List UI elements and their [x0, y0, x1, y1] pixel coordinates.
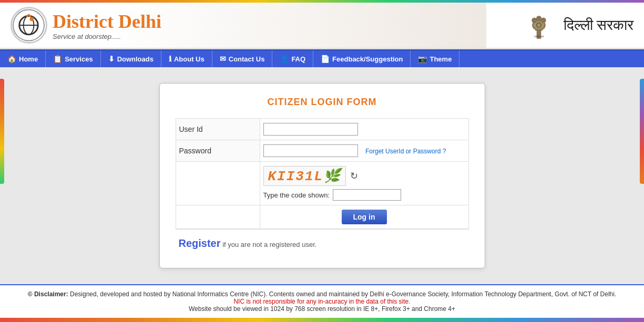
site-name: District Delhi	[53, 11, 161, 33]
header-bg-decoration	[105, 3, 486, 48]
main-content: Citizen Login Form User Id Password Forg…	[0, 67, 644, 284]
nav-services-label: Services	[65, 55, 93, 63]
nav-home-label: Home	[19, 55, 38, 63]
footer-line2: NIC is not responsible for any in-acurac…	[11, 298, 633, 305]
forget-link[interactable]: Forget UserId or Password ?	[365, 148, 446, 155]
site-header: District Delhi Service at doorstep.....	[0, 3, 644, 49]
header-left: District Delhi Service at doorstep.....	[11, 7, 161, 44]
navigation-bar: 🏠 Home 📋 Services ⬇ Downloads ℹ About Us…	[0, 49, 644, 67]
footer-line3: Website should be viewed in 1024 by 768 …	[11, 305, 633, 313]
nav-theme[interactable]: 📷 Theme	[411, 50, 459, 67]
password-cell: Forget UserId or Password ?	[260, 140, 468, 162]
home-icon: 🏠	[7, 55, 16, 63]
govt-name: दिल्ली सरकार	[564, 17, 633, 34]
left-decorative-bar	[0, 79, 4, 184]
contact-icon: ✉	[220, 55, 226, 63]
login-box: Citizen Login Form User Id Password Forg…	[159, 83, 485, 268]
site-tagline: Service at doorstep.....	[53, 33, 161, 40]
footer-text2: NIC is not responsible for any in-acurac…	[233, 298, 410, 305]
register-text: Register	[179, 237, 221, 249]
login-form-title: Citizen Login Form	[176, 97, 469, 108]
nav-downloads[interactable]: ⬇ Downloads	[101, 50, 161, 67]
nav-faq[interactable]: 👤 FAQ	[272, 50, 313, 67]
user-id-cell	[260, 119, 468, 140]
captcha-image: KII31L🌿	[263, 166, 346, 186]
captcha-area: KII31L🌿 ↻	[263, 166, 465, 186]
nav-faq-label: FAQ	[291, 55, 305, 63]
theme-icon: 📷	[418, 55, 427, 63]
footer-line1: © Disclaimer: Designed, developed and ho…	[11, 290, 633, 298]
national-emblem: सत्यमेव जयते	[522, 7, 556, 44]
captcha-instruction: Type the code shown:	[263, 191, 330, 199]
btn-spacer	[176, 205, 260, 229]
btn-cell: Log in	[260, 205, 468, 229]
captcha-row: KII31L🌿 ↻ Type the code shown:	[176, 162, 468, 205]
password-input[interactable]	[263, 144, 358, 157]
register-sub: if you are not a registered user.	[221, 241, 317, 248]
logo-text: District Delhi Service at doorstep.....	[53, 11, 161, 40]
nav-theme-label: Theme	[430, 55, 452, 63]
captcha-refresh-icon[interactable]: ↻	[350, 170, 358, 182]
footer-text1: Designed, developed and hosted by Nation…	[70, 290, 616, 298]
svg-point-11	[540, 17, 546, 23]
about-icon: ℹ	[169, 55, 171, 63]
footer-text3: Website should be viewed in 1024 by 768 …	[189, 305, 455, 313]
feedback-icon: 📄	[321, 55, 330, 63]
nav-feedback[interactable]: 📄 Feedback/Suggestion	[313, 50, 411, 67]
login-button-row: Log in	[176, 205, 468, 229]
register-section: Register if you are not a registered use…	[176, 229, 469, 252]
faq-icon: 👤	[280, 55, 289, 63]
captcha-input[interactable]	[333, 189, 401, 201]
downloads-icon: ⬇	[108, 55, 115, 63]
nav-services[interactable]: 📋 Services	[46, 50, 101, 67]
svg-point-4	[29, 17, 34, 21]
captcha-input-row: Type the code shown:	[263, 189, 465, 201]
user-id-label: User Id	[176, 119, 260, 140]
nav-feedback-label: Feedback/Suggestion	[332, 55, 403, 63]
header-right: सत्यमेव जयते दिल्ली सरकार	[522, 7, 633, 44]
nav-home[interactable]: 🏠 Home	[0, 50, 46, 67]
captcha-spacer	[176, 162, 260, 205]
footer: © Disclaimer: Designed, developed and ho…	[0, 284, 644, 318]
password-row: Password Forget UserId or Password ?	[176, 140, 468, 162]
right-decorative-bar	[640, 79, 644, 184]
nav-contact[interactable]: ✉ Contact Us	[212, 50, 273, 67]
login-button[interactable]: Log in	[342, 210, 387, 224]
bottom-rainbow-strip	[0, 318, 644, 322]
nav-contact-label: Contact Us	[229, 55, 265, 63]
user-id-input[interactable]	[263, 123, 358, 136]
nav-about[interactable]: ℹ About Us	[161, 50, 212, 67]
captcha-cell: KII31L🌿 ↻ Type the code shown:	[260, 162, 468, 205]
login-form-table: User Id Password Forget UserId or Passwo…	[176, 118, 469, 229]
logo-icon	[11, 7, 47, 44]
disclaimer-label: © Disclaimer:	[28, 290, 68, 298]
nav-about-label: About Us	[174, 55, 205, 63]
password-label: Password	[176, 140, 260, 162]
services-icon: 📋	[53, 55, 62, 63]
register-link[interactable]: Register if you are not a registered use…	[179, 240, 317, 248]
user-id-row: User Id	[176, 119, 468, 140]
svg-text:सत्यमेव जयते: सत्यमेव जयते	[533, 35, 544, 38]
nav-downloads-label: Downloads	[117, 55, 154, 63]
